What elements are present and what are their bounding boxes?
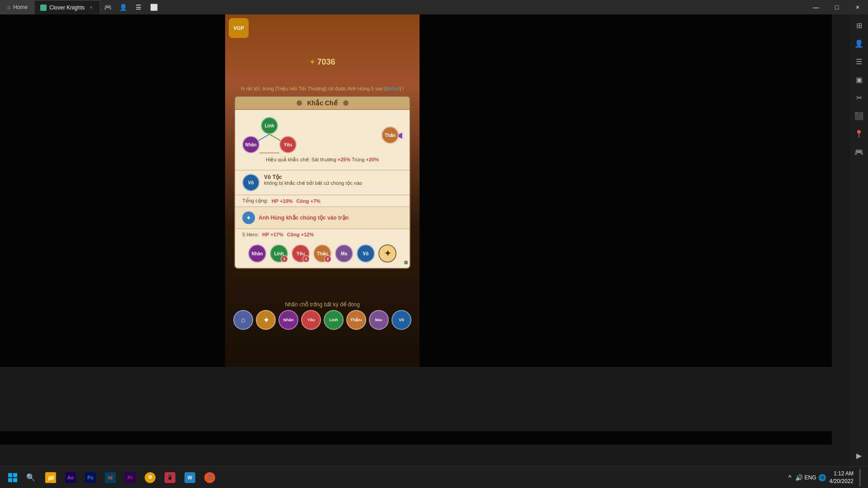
maximize-button[interactable]: □ <box>826 0 847 14</box>
linh-count: 1 <box>281 255 288 263</box>
effect-crit: +20% <box>366 157 379 162</box>
svg-rect-6 <box>13 478 17 482</box>
announcement-text: hi rất tốt, trong [Triệu Hồi Tối Thượng]… <box>241 86 386 91</box>
dark-overlay-bottom <box>0 431 832 445</box>
tab-game[interactable]: Clover Knights × <box>35 0 100 14</box>
tab-close-button[interactable]: × <box>87 4 94 11</box>
start-button[interactable] <box>4 469 22 487</box>
home-icon: ⌂ <box>241 316 245 324</box>
taskbar-app9-icon[interactable]: 🎵 <box>201 469 219 487</box>
sidebar-btn-grid[interactable]: ⊞ <box>852 18 866 33</box>
hero-badge-than[interactable]: Thần <box>382 127 399 144</box>
svg-rect-4 <box>13 473 17 477</box>
tray-volume[interactable]: 🔊 <box>795 474 803 481</box>
bottom-hero-vu[interactable]: Vô <box>357 244 375 263</box>
nav-ma-btn[interactable]: Ma ♦ <box>369 310 389 330</box>
dark-overlay-left <box>0 14 225 367</box>
vu-badge[interactable]: Vô <box>242 174 259 191</box>
bottom-hero-row: Nhân Linh 1 Yêu 1 Thần 2 Ma Vô <box>235 240 410 268</box>
taskbar-ps-icon[interactable]: Ps <box>81 469 99 487</box>
dialog-header: Khắc Chế <box>235 97 410 110</box>
nav-vu-btn[interactable]: Vô <box>392 310 411 330</box>
titlebar-controls: — □ × <box>806 0 868 14</box>
bottom-hero-than[interactable]: Thần 2 <box>313 244 331 263</box>
game-tab-icon <box>40 5 47 11</box>
home-icon: ⌂ <box>7 4 10 10</box>
search-button[interactable]: 🔍 <box>22 469 40 487</box>
hero-badge-linh[interactable]: Linh <box>261 117 278 134</box>
windows-icon <box>8 473 17 482</box>
extension-icon[interactable]: ⬜ <box>146 1 161 14</box>
click-hint: Nhấn chỗ trống bất kỳ để đóng <box>285 301 360 308</box>
announcement-name: Arthur <box>386 86 400 91</box>
plus-icon: ✦ <box>384 249 391 258</box>
taskbar-ae-icon[interactable]: Ae <box>61 469 80 487</box>
titlebar-tabs: ⌂ Home Clover Knights × <box>0 0 100 14</box>
nav-nhan-btn[interactable]: Nhân <box>278 310 298 330</box>
nav-yeu-btn[interactable]: Yêu <box>301 310 321 330</box>
game-controller-icon[interactable]: 🎮 <box>100 1 115 14</box>
close-button[interactable]: × <box>847 0 868 14</box>
right-sidebar: ⊞ 👤 ☰ ▣ ✂ ⬛ 📍 🎮 ▶ <box>850 14 868 466</box>
sidebar-btn-display[interactable]: ⬛ <box>852 108 866 123</box>
sidebar-btn-screen[interactable]: ▣ <box>852 72 866 87</box>
total-atk: Công +7% <box>296 198 320 204</box>
sidebar-btn-location[interactable]: 📍 <box>852 127 866 141</box>
taskbar-tray: ^ 🔊 ENG 🌐 1:12 AM 4/20/2022 <box>788 469 864 487</box>
game-tab-label: Clover Knights <box>49 5 85 11</box>
tray-lang[interactable]: ENG <box>805 474 816 481</box>
titlebar-right-icons: 🎮 👤 ☰ ⬜ <box>100 1 161 14</box>
bottom-hero-yeu[interactable]: Yêu 1 <box>292 244 310 263</box>
dark-overlay-right <box>401 14 832 367</box>
yeu-count: 1 <box>302 255 310 263</box>
counter-section: Linh Nhân Yêu Ma <box>235 110 410 170</box>
star-icon: ✦ <box>263 316 269 324</box>
tray-chevron[interactable]: ^ <box>788 474 792 481</box>
warning-text: Anh Hùng khắc chúng tộc vào trận <box>259 215 349 221</box>
warning-icon: ✦ <box>242 211 255 224</box>
nav-linh-btn[interactable]: Linh <box>324 310 344 330</box>
sidebar-btn-user[interactable]: 👤 <box>852 36 866 51</box>
nav-than-btn[interactable]: Thần ♦ <box>346 310 366 330</box>
browser-content: VGP ✦ 7036 hi rất tốt, trong [Triệu Hồi … <box>0 14 850 466</box>
total-stats: Tổng cộng: HP +10% Công +7% <box>235 195 410 207</box>
taskbar-app6-icon[interactable]: ⚙ <box>141 469 159 487</box>
bottom-hero-linh[interactable]: Linh 1 <box>270 244 288 263</box>
hero-hp: HP +17% <box>262 232 283 237</box>
nav-star-btn[interactable]: ✦ <box>256 310 276 330</box>
user-icon[interactable]: 👤 <box>116 1 130 14</box>
sidebar-btn-menu[interactable]: ☰ <box>852 54 866 69</box>
than-count: 2 <box>324 255 331 263</box>
taskbar-app8-icon[interactable]: W <box>181 469 199 487</box>
minimize-button[interactable]: — <box>806 0 826 14</box>
sidebar-btn-cut[interactable]: ✂ <box>852 90 866 105</box>
taskbar-app7-icon[interactable]: 📱 <box>161 469 179 487</box>
svg-rect-5 <box>8 478 12 482</box>
bottom-hero-nhan[interactable]: Nhân <box>248 244 266 263</box>
dialog-panel: Khắc Chế <box>234 96 410 269</box>
header-dot-left <box>297 100 302 106</box>
menu-icon[interactable]: ☰ <box>131 1 146 14</box>
hero-badge-yeu[interactable]: Yêu <box>279 136 297 153</box>
sidebar-btn-arrow-right[interactable]: ▶ <box>852 448 866 463</box>
taskbar-file-icon[interactable]: 📁 <box>42 469 60 487</box>
vgp-badge[interactable]: VGP <box>229 18 249 38</box>
header-dot-right <box>343 100 349 106</box>
announcement-end: ] ! <box>400 86 404 91</box>
tray-network[interactable]: 🌐 <box>818 474 826 481</box>
bottom-hero-plus[interactable]: ✦ <box>378 244 396 263</box>
show-desktop-btn[interactable] <box>859 469 861 487</box>
hero-count-label: 5 Hero: <box>242 232 259 237</box>
taskbar-time[interactable]: 1:12 AM 4/20/2022 <box>830 470 854 485</box>
total-hp: HP +10% <box>272 198 293 204</box>
currency-icon: ✦ <box>309 58 315 66</box>
tab-home[interactable]: ⌂ Home <box>0 0 35 14</box>
sidebar-btn-gamepad[interactable]: 🎮 <box>852 145 866 159</box>
bottom-hero-ma[interactable]: Ma <box>335 244 353 263</box>
nav-home-btn[interactable]: ⌂ <box>233 310 253 330</box>
taskbar-id-icon[interactable]: Id <box>101 469 119 487</box>
taskbar: 🔍 📁 Ae Ps Id Pr ⚙ 📱 W 🎵 ^ <box>0 466 868 488</box>
taskbar-psd-icon[interactable]: Pr <box>121 469 139 487</box>
scroll-indicator <box>404 261 408 264</box>
hero-badge-nhan[interactable]: Nhân <box>242 136 259 153</box>
